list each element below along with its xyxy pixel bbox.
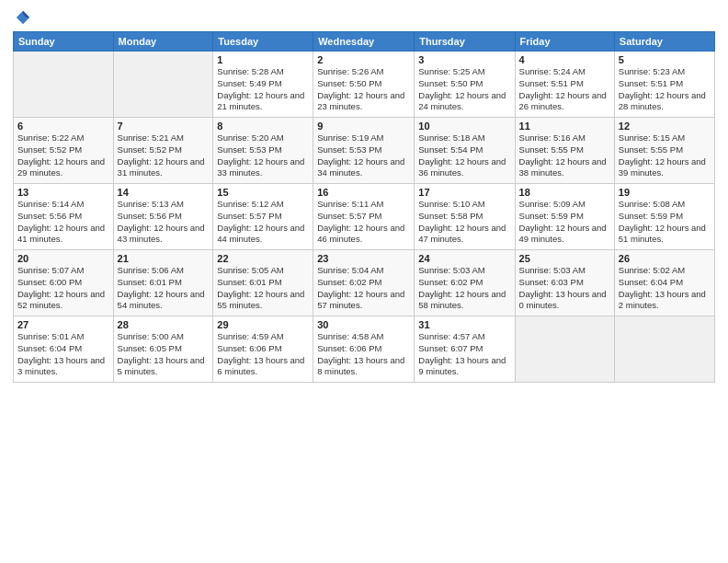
day-number: 13 — [17, 187, 109, 198]
logo-icon — [15, 9, 31, 26]
weekday-header: Thursday — [415, 32, 515, 52]
day-detail: Sunrise: 5:04 AMSunset: 6:02 PMDaylight:… — [317, 265, 404, 310]
calendar-day-cell: 13 Sunrise: 5:14 AMSunset: 5:56 PMDaylig… — [14, 184, 114, 250]
logo — [13, 9, 31, 26]
day-detail: Sunrise: 5:13 AMSunset: 5:56 PMDaylight:… — [118, 199, 205, 244]
day-detail: Sunrise: 5:28 AMSunset: 5:49 PMDaylight:… — [217, 66, 304, 111]
day-number: 30 — [317, 319, 410, 330]
calendar-day-cell: 6 Sunrise: 5:22 AMSunset: 5:52 PMDayligh… — [14, 118, 114, 184]
calendar-day-cell — [614, 316, 714, 383]
day-detail: Sunrise: 5:16 AMSunset: 5:55 PMDaylight:… — [519, 132, 607, 178]
day-number: 7 — [118, 121, 210, 132]
header — [13, 9, 715, 26]
day-number: 27 — [17, 319, 109, 330]
day-number: 5 — [619, 54, 711, 65]
calendar-week-row: 27 Sunrise: 5:01 AMSunset: 6:04 PMDaylig… — [14, 316, 715, 383]
day-number: 31 — [418, 319, 510, 330]
day-detail: Sunrise: 5:18 AMSunset: 5:54 PMDaylight:… — [418, 132, 506, 178]
calendar-day-cell: 22 Sunrise: 5:05 AMSunset: 6:01 PMDaylig… — [213, 250, 313, 316]
calendar-day-cell: 28 Sunrise: 5:00 AMSunset: 6:05 PMDaylig… — [113, 316, 213, 383]
calendar-day-cell — [113, 52, 213, 118]
calendar-header-row: SundayMondayTuesdayWednesdayThursdayFrid… — [14, 32, 715, 52]
day-number: 2 — [317, 54, 410, 65]
day-detail: Sunrise: 5:20 AMSunset: 5:53 PMDaylight:… — [217, 132, 304, 178]
calendar-week-row: 1 Sunrise: 5:28 AMSunset: 5:49 PMDayligh… — [14, 52, 715, 118]
day-number: 8 — [217, 121, 309, 132]
calendar-day-cell: 4 Sunrise: 5:24 AMSunset: 5:51 PMDayligh… — [515, 52, 614, 118]
day-detail: Sunrise: 4:58 AMSunset: 6:06 PMDaylight:… — [317, 331, 404, 376]
day-detail: Sunrise: 5:23 AMSunset: 5:51 PMDaylight:… — [619, 66, 706, 111]
day-detail: Sunrise: 5:02 AMSunset: 6:04 PMDaylight:… — [619, 265, 706, 310]
day-detail: Sunrise: 5:06 AMSunset: 6:01 PMDaylight:… — [118, 265, 205, 310]
day-number: 14 — [118, 187, 210, 198]
day-detail: Sunrise: 5:03 AMSunset: 6:02 PMDaylight:… — [418, 265, 506, 310]
day-detail: Sunrise: 5:00 AMSunset: 6:05 PMDaylight:… — [118, 331, 205, 376]
day-number: 29 — [217, 319, 309, 330]
day-detail: Sunrise: 5:22 AMSunset: 5:52 PMDaylight:… — [17, 132, 105, 178]
calendar-day-cell: 24 Sunrise: 5:03 AMSunset: 6:02 PMDaylig… — [415, 250, 515, 316]
day-detail: Sunrise: 5:21 AMSunset: 5:52 PMDaylight:… — [118, 132, 205, 178]
calendar-day-cell: 31 Sunrise: 4:57 AMSunset: 6:07 PMDaylig… — [415, 316, 515, 383]
calendar-day-cell: 5 Sunrise: 5:23 AMSunset: 5:51 PMDayligh… — [614, 52, 714, 118]
calendar-day-cell: 7 Sunrise: 5:21 AMSunset: 5:52 PMDayligh… — [113, 118, 213, 184]
calendar-day-cell: 14 Sunrise: 5:13 AMSunset: 5:56 PMDaylig… — [113, 184, 213, 250]
calendar-day-cell: 17 Sunrise: 5:10 AMSunset: 5:58 PMDaylig… — [415, 184, 515, 250]
calendar-day-cell: 27 Sunrise: 5:01 AMSunset: 6:04 PMDaylig… — [14, 316, 114, 383]
calendar-week-row: 20 Sunrise: 5:07 AMSunset: 6:00 PMDaylig… — [14, 250, 715, 316]
calendar-day-cell: 26 Sunrise: 5:02 AMSunset: 6:04 PMDaylig… — [614, 250, 714, 316]
day-detail: Sunrise: 5:11 AMSunset: 5:57 PMDaylight:… — [317, 199, 404, 244]
day-detail: Sunrise: 5:08 AMSunset: 5:59 PMDaylight:… — [619, 199, 706, 244]
day-number: 15 — [217, 187, 309, 198]
calendar-day-cell: 12 Sunrise: 5:15 AMSunset: 5:55 PMDaylig… — [614, 118, 714, 184]
day-number: 19 — [619, 187, 711, 198]
day-detail: Sunrise: 5:26 AMSunset: 5:50 PMDaylight:… — [317, 66, 404, 111]
calendar-day-cell: 2 Sunrise: 5:26 AMSunset: 5:50 PMDayligh… — [313, 52, 415, 118]
calendar-week-row: 13 Sunrise: 5:14 AMSunset: 5:56 PMDaylig… — [14, 184, 715, 250]
day-number: 17 — [418, 187, 510, 198]
weekday-header: Sunday — [14, 32, 114, 52]
day-detail: Sunrise: 5:07 AMSunset: 6:00 PMDaylight:… — [17, 265, 105, 310]
day-detail: Sunrise: 5:12 AMSunset: 5:57 PMDaylight:… — [217, 199, 304, 244]
day-detail: Sunrise: 4:57 AMSunset: 6:07 PMDaylight:… — [418, 331, 506, 376]
day-number: 3 — [418, 54, 510, 65]
day-number: 23 — [317, 253, 410, 264]
calendar-day-cell: 9 Sunrise: 5:19 AMSunset: 5:53 PMDayligh… — [313, 118, 415, 184]
day-detail: Sunrise: 5:19 AMSunset: 5:53 PMDaylight:… — [317, 132, 404, 178]
day-detail: Sunrise: 5:14 AMSunset: 5:56 PMDaylight:… — [17, 199, 105, 244]
page: SundayMondayTuesdayWednesdayThursdayFrid… — [0, 0, 728, 563]
calendar-day-cell: 23 Sunrise: 5:04 AMSunset: 6:02 PMDaylig… — [313, 250, 415, 316]
calendar-day-cell: 19 Sunrise: 5:08 AMSunset: 5:59 PMDaylig… — [614, 184, 714, 250]
calendar-day-cell: 20 Sunrise: 5:07 AMSunset: 6:00 PMDaylig… — [14, 250, 114, 316]
day-number: 4 — [519, 54, 610, 65]
day-number: 6 — [17, 121, 109, 132]
calendar-day-cell: 21 Sunrise: 5:06 AMSunset: 6:01 PMDaylig… — [113, 250, 213, 316]
day-detail: Sunrise: 5:25 AMSunset: 5:50 PMDaylight:… — [418, 66, 506, 111]
day-number: 22 — [217, 253, 309, 264]
day-number: 26 — [619, 253, 711, 264]
calendar-day-cell — [14, 52, 114, 118]
weekday-header: Tuesday — [213, 32, 313, 52]
day-detail: Sunrise: 5:15 AMSunset: 5:55 PMDaylight:… — [619, 132, 706, 178]
day-detail: Sunrise: 5:10 AMSunset: 5:58 PMDaylight:… — [418, 199, 506, 244]
weekday-header: Friday — [515, 32, 614, 52]
day-number: 24 — [418, 253, 510, 264]
calendar-week-row: 6 Sunrise: 5:22 AMSunset: 5:52 PMDayligh… — [14, 118, 715, 184]
day-number: 12 — [619, 121, 711, 132]
day-number: 28 — [118, 319, 210, 330]
calendar-day-cell: 8 Sunrise: 5:20 AMSunset: 5:53 PMDayligh… — [213, 118, 313, 184]
day-detail: Sunrise: 5:24 AMSunset: 5:51 PMDaylight:… — [519, 66, 607, 111]
day-number: 10 — [418, 121, 510, 132]
day-number: 25 — [519, 253, 610, 264]
day-number: 20 — [17, 253, 109, 264]
weekday-header: Wednesday — [313, 32, 415, 52]
calendar-day-cell: 30 Sunrise: 4:58 AMSunset: 6:06 PMDaylig… — [313, 316, 415, 383]
day-detail: Sunrise: 5:01 AMSunset: 6:04 PMDaylight:… — [17, 331, 105, 376]
day-detail: Sunrise: 5:03 AMSunset: 6:03 PMDaylight:… — [519, 265, 607, 310]
day-number: 16 — [317, 187, 410, 198]
day-number: 21 — [118, 253, 210, 264]
day-detail: Sunrise: 5:09 AMSunset: 5:59 PMDaylight:… — [519, 199, 607, 244]
day-detail: Sunrise: 4:59 AMSunset: 6:06 PMDaylight:… — [217, 331, 304, 376]
day-number: 18 — [519, 187, 610, 198]
day-detail: Sunrise: 5:05 AMSunset: 6:01 PMDaylight:… — [217, 265, 304, 310]
calendar-day-cell — [515, 316, 614, 383]
